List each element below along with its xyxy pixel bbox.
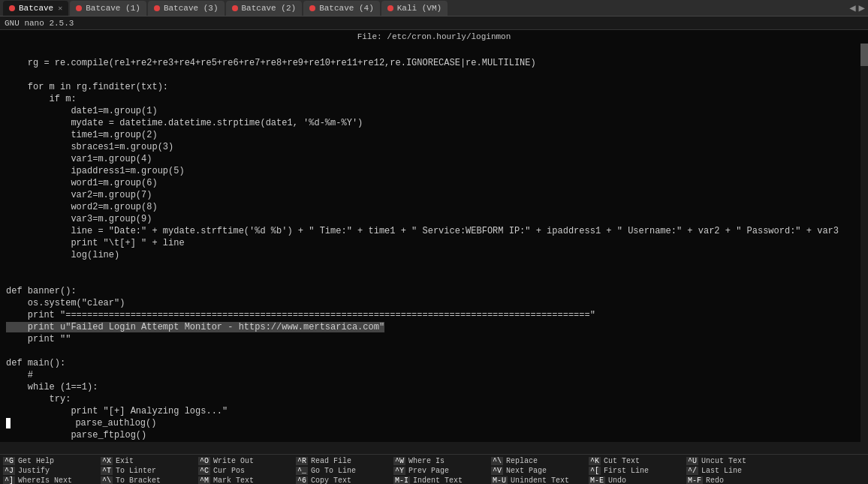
shortcut-key-0: ^G [3,457,15,465]
tab-dot-0 [9,5,15,11]
shortcut-key-13: ^V [491,467,503,475]
shortcut-16: ^]WhereIs Next [0,476,98,484]
shortcut-label-20: Indent Text [413,476,463,484]
shortcut-key-5: ^\ [491,457,503,465]
shortcut-bar: ^GGet Help^XExit^OWrite Out^RRead File^W… [0,454,868,484]
shortcut-key-8: ^J [3,467,15,475]
shortcut-5: ^\Replace [488,457,586,465]
shortcut-label-14: First Line [604,467,649,475]
shortcut-key-18: ^M [198,476,210,484]
code-area[interactable]: rg = re.compile(rel+re2+re3+re4+re5+re6+… [0,44,868,442]
shortcut-label-5: Replace [506,457,538,465]
shortcut-12: ^YPrev Page [390,467,488,475]
shortcut-key-23: M-F [686,476,703,484]
shortcut-label-8: Justify [18,467,50,475]
shortcut-key-9: ^T [101,467,113,475]
shortcut-label-13: Next Page [506,467,547,475]
shortcut-label-21: Unindent Text [511,476,569,484]
title-bar: Batcave✕Batcave (1)Batcave (3)Batcave (2… [0,0,868,17]
shortcut-8: ^JJustify [0,467,98,475]
code-content: rg = re.compile(rel+re2+re3+re4+re5+re6+… [0,45,868,442]
shortcut-label-1: Exit [116,457,134,465]
shortcut-key-15: ^/ [686,467,698,475]
shortcut-label-16: WhereIs Next [18,476,72,484]
tab-dot-4 [309,5,315,11]
shortcut-key-14: ^[ [589,467,601,475]
shortcut-9: ^TTo Linter [98,467,195,475]
tab-3[interactable]: Batcave (2) [226,1,303,16]
shortcut-label-15: Last Line [701,467,742,475]
menu-bar: GNU nano 2.5.3 [0,17,868,30]
shortcut-23: M-FRedo [683,476,781,484]
file-path-label: File: /etc/cron.hourly/loginmon [357,32,511,41]
shortcut-key-4: ^W [393,457,405,465]
shortcut-key-21: M-U [491,476,508,484]
shortcut-key-10: ^C [198,467,210,475]
tab-label-4: Batcave (4) [319,4,374,13]
shortcut-label-22: Undo [608,476,626,484]
tab-2[interactable]: Batcave (3) [148,1,225,16]
shortcut-3: ^RRead File [293,457,390,465]
shortcut-19: ^6Copy Text [293,476,390,484]
shortcut-key-2: ^O [198,457,210,465]
shortcut-label-11: Go To Line [311,467,356,475]
tab-label-0: Batcave [19,4,53,13]
tabs-container: Batcave✕Batcave (1)Batcave (3)Batcave (2… [3,1,849,16]
shortcut-label-18: Mark Text [213,476,254,484]
tab-label-3: Batcave (2) [242,4,297,13]
tab-label-2: Batcave (3) [164,4,219,13]
shortcut-label-12: Prev Page [408,467,449,475]
shortcut-key-16: ^] [3,476,15,484]
shortcut-key-12: ^Y [393,467,405,475]
shortcut-label-6: Cut Text [604,457,640,465]
shortcut-key-3: ^R [296,457,308,465]
scrollbar-thumb[interactable] [860,44,868,66]
shortcut-key-19: ^6 [296,476,308,484]
shortcut-key-17: ^\ [101,476,113,484]
tab-0[interactable]: Batcave✕ [3,1,68,16]
shortcut-15: ^/Last Line [683,467,781,475]
shortcut-6: ^KCut Text [586,457,683,465]
shortcut-label-9: To Linter [116,467,156,475]
tab-label-1: Batcave (1) [86,4,140,13]
shortcut-label-0: Get Help [18,457,54,465]
shortcut-21: M-UUnindent Text [488,476,586,484]
shortcut-4: ^WWhere Is [390,457,488,465]
shortcut-label-19: Copy Text [311,476,351,484]
shortcut-key-11: ^_ [296,467,308,475]
shortcut-0: ^GGet Help [0,457,98,465]
tab-nav-arrows[interactable]: ◀ ▶ [849,2,865,14]
shortcut-1: ^XExit [98,457,195,465]
shortcut-20: M-IIndent Text [390,476,488,484]
shortcut-label-23: Redo [706,476,724,484]
tab-4[interactable]: Batcave (4) [303,1,380,16]
app-version-label: GNU nano 2.5.3 [5,19,74,28]
shortcut-label-4: Where Is [408,457,445,465]
shortcut-label-10: Cur Pos [213,467,245,475]
shortcut-17: ^\To Bracket [98,476,195,484]
shortcut-2: ^OWrite Out [195,457,293,465]
shortcut-label-17: To Bracket [116,476,161,484]
shortcut-key-7: ^U [686,457,698,465]
tab-next-icon[interactable]: ▶ [859,2,865,14]
shortcut-10: ^CCur Pos [195,467,293,475]
tab-5[interactable]: Kali (VM) [381,1,448,16]
tab-dot-3 [232,5,238,11]
shortcut-label-7: Uncut Text [701,457,746,465]
tab-dot-5 [387,5,393,11]
scrollbar[interactable] [860,44,868,442]
tab-prev-icon[interactable]: ◀ [849,2,855,14]
shortcut-key-1: ^X [101,457,113,465]
tab-1[interactable]: Batcave (1) [70,1,146,16]
tab-dot-1 [76,5,82,11]
tab-label-5: Kali (VM) [397,4,442,13]
status-bar [0,442,868,454]
shortcut-key-6: ^K [589,457,601,465]
shortcut-13: ^VNext Page [488,467,586,475]
shortcut-label-3: Read File [311,457,351,465]
tab-close-0[interactable]: ✕ [58,4,62,13]
file-title-bar: File: /etc/cron.hourly/loginmon [0,30,868,44]
tab-dot-2 [154,5,160,11]
shortcut-key-22: M-E [589,476,605,484]
shortcut-22: M-EUndo [586,476,683,484]
